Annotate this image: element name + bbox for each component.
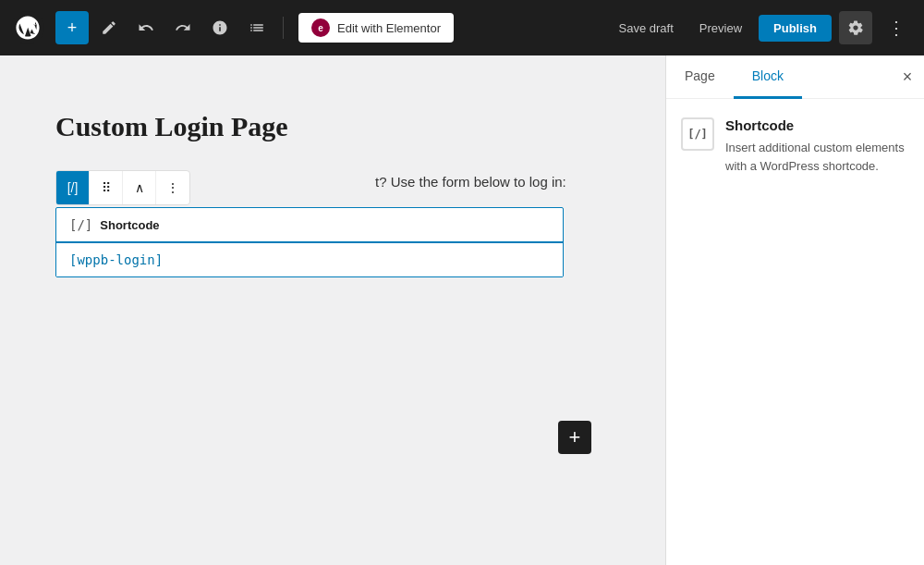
list-view-button[interactable] bbox=[240, 11, 274, 44]
block-panel: [/] Shortcode Insert additional custom e… bbox=[666, 99, 924, 193]
sidebar-close-button[interactable]: × bbox=[891, 60, 924, 93]
block-description: Insert additional custom elements with a… bbox=[725, 139, 909, 175]
wp-logo bbox=[11, 11, 44, 44]
settings-button[interactable] bbox=[839, 11, 872, 44]
toolbar: + e Edit with Elementor Save draft Previ… bbox=[0, 0, 924, 55]
move-up-button[interactable]: ∧ bbox=[123, 171, 156, 204]
paragraph-text: t? Use the form below to log in: bbox=[190, 174, 566, 190]
shortcode-type-button[interactable]: [/] bbox=[56, 171, 90, 204]
publish-button[interactable]: Publish bbox=[759, 15, 832, 42]
redo-button[interactable] bbox=[166, 11, 200, 44]
add-block-button[interactable]: + bbox=[558, 421, 591, 454]
shortcode-block: [/] Shortcode bbox=[55, 207, 564, 277]
block-icon-large: [/] bbox=[681, 117, 714, 151]
shortcode-block-label: Shortcode bbox=[100, 218, 159, 232]
page-title: Custom Login Page bbox=[55, 111, 610, 142]
block-toolbar: [/] ⠿ ∧ ⋮ bbox=[55, 170, 190, 205]
toolbar-right: Save draft Preview Publish ⋮ bbox=[610, 11, 913, 44]
shortcode-input[interactable] bbox=[56, 243, 563, 276]
preview-button[interactable]: Preview bbox=[690, 16, 751, 41]
sidebar-header: Page Block × bbox=[666, 55, 924, 99]
sidebar: Page Block × [/] Shortcode Insert additi… bbox=[665, 55, 924, 565]
divider bbox=[283, 17, 284, 39]
editor-area: Custom Login Page [/] ⠿ ∧ ⋮ t? Use the f… bbox=[0, 55, 665, 565]
tab-block[interactable]: Block bbox=[734, 55, 802, 99]
drag-handle-button[interactable]: ⠿ bbox=[90, 171, 123, 204]
block-info-text: Shortcode Insert additional custom eleme… bbox=[725, 117, 909, 175]
elementor-icon: e bbox=[311, 18, 330, 37]
tab-page[interactable]: Page bbox=[666, 55, 734, 99]
add-block-toolbar-button[interactable]: + bbox=[55, 11, 89, 44]
more-options-button[interactable]: ⋮ bbox=[880, 11, 913, 44]
shortcode-block-header: [/] Shortcode bbox=[56, 208, 563, 243]
block-controls-row: [/] ⠿ ∧ ⋮ t? Use the form below to log i… bbox=[55, 170, 610, 205]
save-draft-button[interactable]: Save draft bbox=[610, 16, 683, 41]
block-info: [/] Shortcode Insert additional custom e… bbox=[681, 117, 909, 175]
elementor-button-label: Edit with Elementor bbox=[337, 21, 441, 35]
more-block-options-button[interactable]: ⋮ bbox=[156, 171, 189, 204]
pen-icon-button[interactable] bbox=[92, 11, 126, 44]
info-button[interactable] bbox=[203, 11, 237, 44]
shortcode-block-icon: [/] bbox=[69, 217, 92, 232]
edit-with-elementor-button[interactable]: e Edit with Elementor bbox=[298, 13, 454, 43]
block-title: Shortcode bbox=[725, 117, 909, 133]
main-layout: Custom Login Page [/] ⠿ ∧ ⋮ t? Use the f… bbox=[0, 55, 924, 565]
undo-button[interactable] bbox=[129, 11, 163, 44]
